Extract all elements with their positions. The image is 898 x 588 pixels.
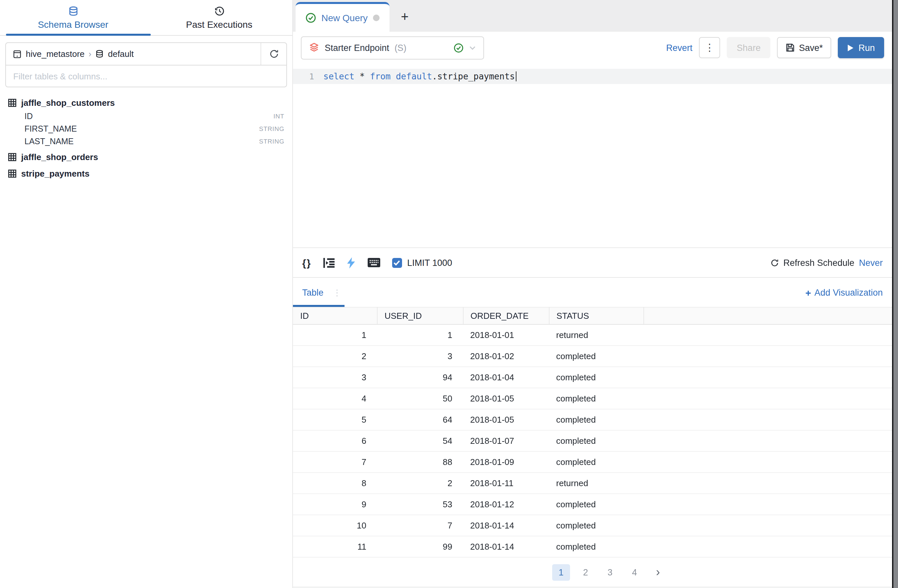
save-button-label: Save* (799, 43, 823, 52)
database-icon-small (95, 49, 104, 58)
refresh-schedule-value[interactable]: Never (859, 258, 883, 268)
unsaved-dot-indicator (373, 15, 380, 21)
indent-icon[interactable] (323, 258, 334, 268)
add-visualization-button[interactable]: + Add Visualization (806, 287, 883, 298)
format-query-icon[interactable]: {} (302, 257, 311, 268)
column-header-user-id[interactable]: USER_ID (377, 307, 463, 325)
schema-selector: hive_metastore › default (5, 42, 287, 87)
cell-user-id: 64 (377, 409, 463, 430)
page-button-1[interactable]: 1 (552, 564, 570, 580)
page-button-3[interactable]: 3 (601, 564, 619, 580)
history-clock-icon (214, 6, 224, 16)
cell-id: 8 (293, 473, 377, 494)
revert-button[interactable]: Revert (666, 43, 693, 52)
column-header-order-date[interactable]: ORDER_DATE (463, 307, 549, 325)
results-header: Table ⋮ + Add Visualization (293, 277, 892, 307)
limit-checkbox[interactable] (392, 258, 402, 268)
cell-id: 9 (293, 494, 377, 515)
page-button-2[interactable]: 2 (577, 564, 595, 580)
table-row: 3 94 2018-01-04 completed (293, 367, 892, 388)
endpoint-status-check-icon (454, 43, 464, 52)
results-tab-table[interactable]: Table (302, 287, 324, 297)
breadcrumb-catalog[interactable]: hive_metastore (26, 49, 85, 59)
sql-editor[interactable]: 1select * from default.stripe_payments (293, 63, 892, 247)
save-button[interactable]: Save* (777, 37, 831, 58)
schema-column-type: INT (274, 112, 284, 120)
results-table: ID USER_ID ORDER_DATE STATUS 1 1 2018-01… (293, 307, 892, 557)
cell-id: 3 (293, 367, 377, 388)
schema-tree: jaffle_shop_customers ID INT FIRST_NAME … (0, 87, 292, 180)
schema-table-name: jaffle_shop_orders (21, 152, 98, 162)
query-tab-strip: New Query + (293, 0, 892, 32)
next-page-icon[interactable]: › (650, 564, 666, 580)
query-actions: Revert ⋮ Share Save* (666, 37, 884, 58)
sql-operator: * (354, 71, 370, 82)
filter-tables-input[interactable] (5, 65, 287, 87)
run-button[interactable]: Run (838, 37, 884, 58)
table-row: 10 7 2018-01-14 completed (293, 515, 892, 536)
schema-column-name: FIRST_NAME (25, 124, 77, 133)
tab-past-executions[interactable]: Past Executions (146, 0, 292, 35)
share-button[interactable]: Share (727, 37, 770, 58)
cell-status: completed (549, 388, 643, 409)
schema-table-jaffle-shop-orders[interactable]: jaffle_shop_orders (8, 149, 284, 164)
lightning-bolt-icon[interactable] (346, 257, 355, 268)
cell-id: 1 (293, 325, 377, 346)
query-tab-label: New Query (321, 12, 368, 23)
cell-user-id: 53 (377, 494, 463, 515)
cell-user-id: 1 (377, 325, 463, 346)
results-tab-menu-icon[interactable]: ⋮ (333, 287, 341, 297)
cell-status: completed (549, 409, 643, 430)
sql-keyword: select (323, 71, 354, 82)
column-header-id[interactable]: ID (293, 307, 377, 325)
editor-active-line: 1select * from default.stripe_payments (293, 69, 892, 84)
query-menu-button[interactable]: ⋮ (699, 37, 720, 58)
schema-table-jaffle-shop-customers[interactable]: jaffle_shop_customers (8, 95, 284, 110)
endpoint-name: Starter Endpoint (325, 43, 389, 52)
plus-icon: + (806, 287, 811, 298)
schema-table-name: jaffle_shop_customers (21, 97, 115, 108)
tab-schema-browser[interactable]: Schema Browser (0, 0, 146, 35)
schema-table-stripe-payments[interactable]: stripe_payments (8, 166, 284, 180)
table-row: 1 1 2018-01-01 returned (293, 325, 892, 346)
cell-order-date: 2018-01-11 (463, 473, 549, 494)
cell-status: completed (549, 515, 643, 536)
cell-id: 5 (293, 409, 377, 430)
sql-schema-name: default (396, 71, 432, 82)
query-tab-new-query[interactable]: New Query (295, 2, 389, 32)
column-header-status[interactable]: STATUS (549, 307, 643, 325)
table-row: 8 2 2018-01-11 returned (293, 473, 892, 494)
refresh-schema-button[interactable] (261, 43, 286, 65)
limit-toggle[interactable]: LIMIT 1000 (392, 258, 452, 268)
keyboard-shortcuts-icon[interactable] (368, 258, 380, 267)
active-tab-indicator (6, 34, 151, 36)
endpoint-size: (S) (394, 43, 406, 52)
sidebar-tabs: Schema Browser Past Executions (0, 0, 292, 36)
cell-user-id: 94 (377, 367, 463, 388)
table-grid-icon (8, 98, 17, 107)
page-button-4[interactable]: 4 (626, 564, 643, 580)
window-scrollbar-edge[interactable] (892, 0, 898, 588)
run-button-label: Run (858, 43, 875, 52)
table-row: 6 54 2018-01-07 completed (293, 430, 892, 451)
cell-user-id: 3 (377, 346, 463, 367)
add-visualization-label: Add Visualization (814, 287, 883, 297)
app: Schema Browser Past Executions (0, 0, 898, 588)
refresh-schedule-label: Refresh Schedule (783, 258, 854, 268)
cell-order-date: 2018-01-07 (463, 430, 549, 451)
breadcrumb-schema[interactable]: default (108, 49, 134, 59)
column-header-filler (643, 307, 892, 325)
bottom-strip (293, 586, 892, 588)
cell-status: completed (549, 494, 643, 515)
schema-column-type: STRING (259, 125, 284, 132)
cell-id: 4 (293, 388, 377, 409)
table-row: 7 88 2018-01-09 completed (293, 451, 892, 473)
line-number: 1 (293, 71, 323, 82)
pagination: 1 2 3 4 › (293, 557, 892, 586)
sql-table-name: .stripe_payments (432, 71, 515, 82)
breadcrumb-path[interactable]: hive_metastore › default (6, 49, 261, 59)
endpoint-selector[interactable]: Starter Endpoint (S) (301, 36, 484, 59)
catalog-icon (12, 49, 22, 58)
add-query-tab-button[interactable]: + (389, 2, 420, 32)
results-active-tab-indicator (293, 305, 344, 307)
